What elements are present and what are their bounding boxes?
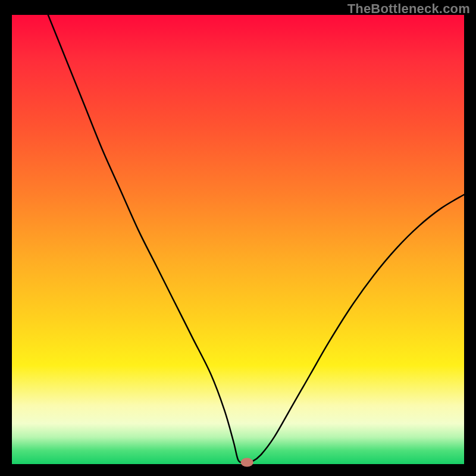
bottleneck-curve xyxy=(48,15,464,463)
plot-area xyxy=(12,15,464,464)
minimum-marker xyxy=(241,458,253,466)
chart-frame: TheBottleneck.com xyxy=(0,0,476,476)
curve-svg xyxy=(12,15,464,464)
watermark-text: TheBottleneck.com xyxy=(347,1,470,17)
